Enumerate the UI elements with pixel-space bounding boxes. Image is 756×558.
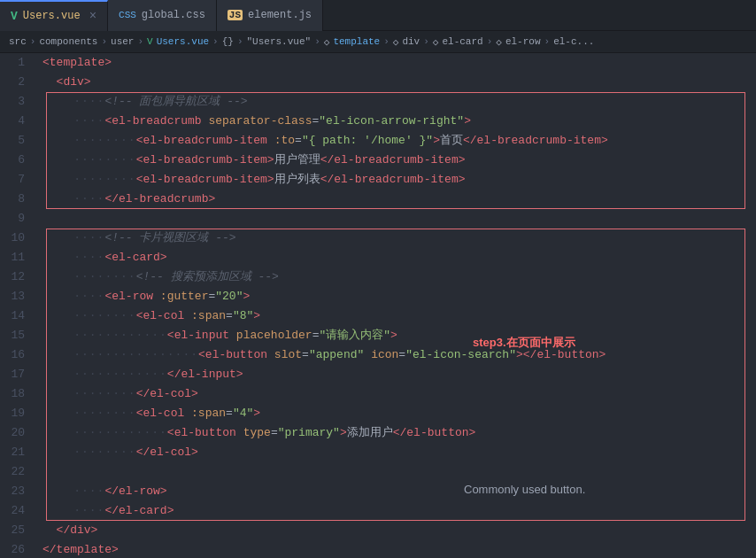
code-line-3: ····<!-- 面包屑导航区域 --> bbox=[42, 92, 756, 112]
token: > bbox=[433, 131, 440, 151]
token: </el-card> bbox=[104, 501, 174, 521]
vue-icon: V bbox=[11, 10, 18, 23]
token: ············ bbox=[42, 423, 167, 443]
tab-bar: V Users.vue × CSS global.css JS element.… bbox=[0, 0, 756, 31]
code-line-6: ········<el-breadcrumb-item>用户管理</el-bre… bbox=[42, 151, 756, 170]
token: ···· bbox=[42, 248, 104, 267]
path-components: components bbox=[39, 36, 97, 47]
path-elcard: el-card bbox=[442, 36, 482, 47]
path-template: template bbox=[333, 36, 380, 47]
token: ···· bbox=[42, 229, 104, 248]
ln-1: 1 bbox=[0, 53, 32, 73]
ln-4: 4 bbox=[0, 112, 32, 131]
token: = bbox=[226, 306, 233, 326]
code-line-1: <template> bbox=[42, 53, 756, 73]
path-diamond3: ◇ bbox=[433, 36, 439, 48]
token: placeholder bbox=[236, 326, 312, 345]
token bbox=[229, 326, 236, 345]
tab-label: Users.vue bbox=[23, 10, 81, 22]
token: = bbox=[208, 287, 215, 306]
token: ········ bbox=[42, 170, 136, 190]
token bbox=[202, 112, 209, 131]
code-line-16: ················<el-button slot="append"… bbox=[42, 345, 756, 365]
token: ········ bbox=[42, 267, 136, 287]
token bbox=[42, 521, 57, 540]
code-line-21: ········</el-col> bbox=[42, 443, 756, 462]
tab-label: element.js bbox=[248, 9, 312, 21]
code-line-8: ····</el-breadcrumb> bbox=[42, 190, 756, 209]
token: > bbox=[464, 112, 471, 131]
token: 用户管理 bbox=[274, 151, 320, 170]
code-line-9 bbox=[42, 209, 756, 229]
ln-5: 5 bbox=[0, 131, 32, 151]
token: "el-icon-arrow-right" bbox=[319, 112, 464, 131]
token: ···· bbox=[42, 92, 104, 112]
token: ················ bbox=[42, 345, 198, 365]
token: </el-col> bbox=[136, 443, 198, 462]
token: = bbox=[312, 112, 319, 131]
token: </el-input> bbox=[167, 365, 243, 384]
path-vue-icon: V bbox=[147, 36, 153, 47]
token: > bbox=[253, 306, 260, 326]
token: </el-row> bbox=[104, 482, 166, 501]
path-bracket: {} bbox=[222, 36, 234, 47]
token: :span bbox=[191, 404, 226, 423]
code-line-26: </template> bbox=[42, 540, 756, 558]
token: <!-- 卡片视图区域 --> bbox=[104, 229, 235, 248]
path-diamond2: ◇ bbox=[393, 36, 399, 48]
code-line-12: ········<!-- 搜索预添加区域 --> bbox=[42, 267, 756, 287]
code-content[interactable]: step3.在页面中展示 Commonly used button. <temp… bbox=[39, 53, 756, 558]
ln-20: 20 bbox=[0, 423, 32, 443]
path-user: user bbox=[111, 36, 134, 47]
code-line-4: ····<el-breadcrumb separator-class="el-i… bbox=[42, 112, 756, 131]
path-quoted: "Users.vue" bbox=[247, 36, 312, 47]
ln-6: 6 bbox=[0, 151, 32, 170]
token: "20" bbox=[215, 287, 243, 306]
ln-24: 24 bbox=[0, 501, 32, 521]
token: <el-breadcrumb-item> bbox=[136, 170, 274, 190]
token: "el-icon-search" bbox=[405, 345, 516, 365]
tab-element-js[interactable]: JS element.js bbox=[217, 0, 323, 31]
tab-close-button[interactable]: × bbox=[89, 9, 96, 23]
token: = bbox=[295, 131, 302, 151]
token: separator-class bbox=[208, 112, 312, 131]
css-icon: CSS bbox=[119, 10, 136, 20]
token: "8" bbox=[233, 306, 253, 326]
token: ········ bbox=[42, 404, 136, 423]
token: </el-breadcrumb> bbox=[104, 190, 215, 209]
ln-16: 16 bbox=[0, 345, 32, 365]
token: <el-breadcrumb-item> bbox=[136, 151, 274, 170]
token: <el-col bbox=[136, 404, 185, 423]
token: ···· bbox=[42, 287, 104, 306]
tab-global-css[interactable]: CSS global.css bbox=[108, 0, 217, 31]
token: slot bbox=[274, 345, 302, 365]
token: > bbox=[390, 326, 397, 345]
code-line-18: ········</el-col> bbox=[42, 384, 756, 404]
token bbox=[42, 73, 57, 92]
token: > bbox=[253, 404, 260, 423]
token: </el-button> bbox=[393, 423, 476, 443]
ln-8: 8 bbox=[0, 190, 32, 209]
token: ············ bbox=[42, 326, 167, 345]
path-div: div bbox=[402, 36, 420, 47]
token: "primary" bbox=[278, 423, 340, 443]
token: <el-button bbox=[198, 345, 267, 365]
token: ···· bbox=[42, 501, 104, 521]
code-line-5: ········<el-breadcrumb-item :to="{ path:… bbox=[42, 131, 756, 151]
path-elc: el-c... bbox=[553, 36, 594, 47]
path-elrow: el-row bbox=[505, 36, 541, 47]
tab-users-vue[interactable]: V Users.vue × bbox=[0, 0, 108, 31]
token: <div> bbox=[57, 73, 91, 92]
code-line-11: ····<el-card> bbox=[42, 248, 756, 267]
token: </el-breadcrumb-item> bbox=[320, 151, 466, 170]
ln-10: 10 bbox=[0, 229, 32, 248]
tab-label: global.css bbox=[142, 9, 205, 21]
ln-12: 12 bbox=[0, 267, 32, 287]
token: ></el-button> bbox=[516, 345, 606, 365]
path-filename: Users.vue bbox=[157, 36, 209, 47]
token: ···· bbox=[42, 190, 104, 209]
token: = bbox=[398, 345, 405, 365]
token: = bbox=[226, 404, 233, 423]
ln-17: 17 bbox=[0, 365, 32, 384]
token: :gutter bbox=[160, 287, 209, 306]
